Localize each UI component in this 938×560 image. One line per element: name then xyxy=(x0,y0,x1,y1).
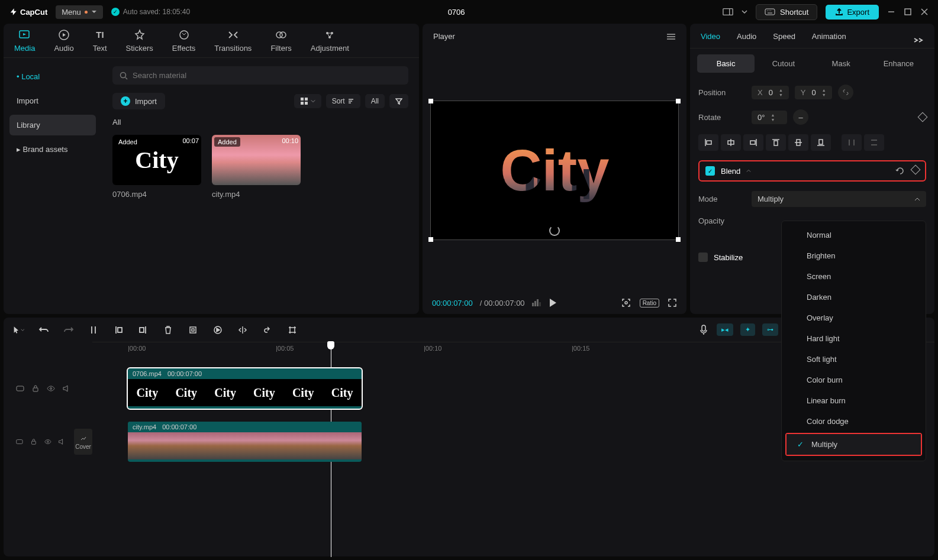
dist-h-icon[interactable] xyxy=(842,134,862,151)
subtab-mask[interactable]: Mask xyxy=(813,54,870,73)
tab-media[interactable]: Media xyxy=(14,28,35,57)
sidebar-item-import[interactable]: Import xyxy=(9,90,96,111)
right-tab-audio[interactable]: Audio xyxy=(737,32,756,48)
align-vcenter-icon[interactable] xyxy=(788,134,808,151)
magnet-on-icon[interactable]: ▸◂ xyxy=(717,323,733,336)
subtab-cutout[interactable]: Cutout xyxy=(755,54,812,73)
view-grid-button[interactable] xyxy=(294,94,321,108)
crop-icon[interactable] xyxy=(187,324,199,336)
tab-audio[interactable]: Audio xyxy=(54,28,73,57)
fullscreen-icon[interactable] xyxy=(668,298,677,307)
export-button[interactable]: Export xyxy=(826,5,879,20)
keyframe-icon[interactable] xyxy=(918,112,928,122)
timeline-clip[interactable]: 0706.mp400:00:07:00CityCityCityCityCityC… xyxy=(128,368,362,409)
media-clip[interactable]: Added00:07City0706.mp4 xyxy=(112,135,201,199)
timeline-clip[interactable]: city.mp400:00:07:00 xyxy=(128,422,362,462)
shortcut-button[interactable]: Shortcut xyxy=(756,4,817,20)
rotate-icon[interactable] xyxy=(262,324,273,336)
tab-adjustment[interactable]: Adjustment xyxy=(311,28,349,57)
redo-icon[interactable] xyxy=(63,324,75,336)
speed-icon[interactable] xyxy=(212,324,224,336)
rotate-input[interactable]: 0°▲▼ xyxy=(752,111,787,124)
trim-right-icon[interactable] xyxy=(137,324,149,336)
chevron-down-icon[interactable] xyxy=(742,9,747,15)
play-button[interactable] xyxy=(549,298,557,307)
track-toggle-icon[interactable] xyxy=(15,437,24,446)
eye-icon[interactable] xyxy=(44,437,52,446)
mute-icon[interactable] xyxy=(57,437,66,446)
rotate-dial[interactable]: – xyxy=(793,109,808,125)
split-icon[interactable] xyxy=(88,324,99,336)
focus-icon[interactable] xyxy=(621,297,631,308)
blend-option-color-burn[interactable]: Color burn xyxy=(782,370,926,390)
sidebar-item-brand-assets[interactable]: ▸ Brand assets xyxy=(9,139,96,160)
dist-v-icon[interactable] xyxy=(864,134,884,151)
blend-option-linear-burn[interactable]: Linear burn xyxy=(782,390,926,411)
menu-button[interactable]: Menu xyxy=(56,5,103,19)
sidebar-item-library[interactable]: Library xyxy=(9,115,96,135)
filter-button[interactable] xyxy=(389,94,408,108)
media-clip[interactable]: Added00:10city.mp4 xyxy=(212,135,301,199)
align-top-icon[interactable] xyxy=(766,134,786,151)
snap-icon[interactable]: ✦ xyxy=(740,323,755,336)
frame-icon[interactable] xyxy=(286,324,298,336)
blend-option-overlay[interactable]: Overlay xyxy=(782,307,926,328)
align-bottom-icon[interactable] xyxy=(811,134,831,151)
tab-text[interactable]: TIText xyxy=(93,28,107,57)
blend-option-color-dodge[interactable]: Color dodge xyxy=(782,411,926,432)
position-y-input[interactable]: Y0▲▼ xyxy=(795,86,832,99)
import-button[interactable]: + Import xyxy=(112,93,165,109)
delete-icon[interactable] xyxy=(162,324,174,336)
minimize-icon[interactable] xyxy=(887,8,895,16)
blend-option-normal[interactable]: Normal xyxy=(782,225,926,245)
track-toggle-icon[interactable] xyxy=(15,384,25,393)
keyframe-icon[interactable] xyxy=(911,165,921,175)
subtab-basic[interactable]: Basic xyxy=(697,54,755,73)
mute-icon[interactable] xyxy=(62,384,71,393)
undo-icon[interactable] xyxy=(38,324,50,336)
stabilize-checkbox[interactable]: ✓ xyxy=(698,253,708,262)
eye-icon[interactable] xyxy=(46,384,56,393)
blend-checkbox[interactable]: ✓ xyxy=(705,166,715,176)
align-right-icon[interactable] xyxy=(743,134,763,151)
sort-button[interactable]: Sort xyxy=(326,94,360,108)
mic-icon[interactable] xyxy=(698,324,710,336)
blend-option-darken[interactable]: Darken xyxy=(782,287,926,307)
maximize-icon[interactable] xyxy=(904,8,912,16)
menu-lines-icon[interactable] xyxy=(666,33,676,40)
player-canvas[interactable]: City xyxy=(430,101,679,240)
blend-option-hard-light[interactable]: Hard light xyxy=(782,328,926,349)
lock-icon[interactable] xyxy=(30,437,38,446)
collapse-icon[interactable] xyxy=(746,169,751,173)
search-input[interactable]: Search material xyxy=(112,66,408,85)
filter-all-button[interactable]: All xyxy=(365,94,385,108)
right-tab-video[interactable]: Video xyxy=(701,32,720,48)
sidebar-item-local[interactable]: • Local xyxy=(9,66,96,87)
tab-effects[interactable]: Effects xyxy=(172,28,196,57)
right-tab-speed[interactable]: Speed xyxy=(773,32,795,48)
cover-button[interactable]: Cover xyxy=(74,429,92,455)
subtab-enhance[interactable]: Enhance xyxy=(870,54,927,73)
blend-option-soft-light[interactable]: Soft light xyxy=(782,349,926,370)
pointer-tool[interactable] xyxy=(13,324,25,336)
position-x-input[interactable]: X0▲▼ xyxy=(752,86,789,99)
blend-option-screen[interactable]: Screen xyxy=(782,266,926,287)
ratio-button[interactable]: Ratio xyxy=(640,299,659,307)
align-hcenter-icon[interactable] xyxy=(721,134,741,151)
right-tab-animation[interactable]: Animation xyxy=(812,32,846,48)
trim-left-icon[interactable] xyxy=(112,324,124,336)
quality-icon[interactable] xyxy=(532,299,541,306)
tab-stickers[interactable]: Stickers xyxy=(126,28,153,57)
aspect-icon[interactable] xyxy=(723,7,733,17)
link-xy-icon[interactable] xyxy=(838,85,853,100)
blend-option-multiply[interactable]: ✓Multiply xyxy=(786,434,921,455)
tab-filters[interactable]: Filters xyxy=(270,28,291,57)
close-icon[interactable] xyxy=(920,8,929,16)
blend-mode-select[interactable]: Multiply xyxy=(752,191,926,207)
more-icon[interactable] xyxy=(913,37,924,44)
link-icon[interactable]: ⊶ xyxy=(762,323,778,336)
blend-option-brighten[interactable]: Brighten xyxy=(782,245,926,266)
align-left-icon[interactable] xyxy=(698,134,718,151)
reset-icon[interactable] xyxy=(895,166,905,176)
mirror-icon[interactable] xyxy=(237,324,249,336)
